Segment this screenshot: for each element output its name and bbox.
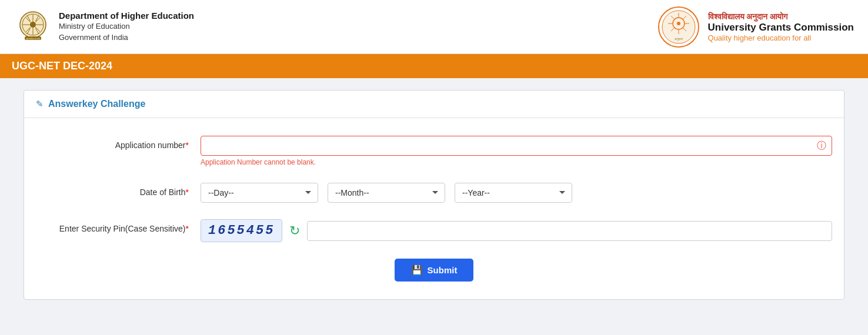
application-number-control: ⓘ Application Number cannot be blank. <box>201 136 832 166</box>
date-selects: --Day-- 12345 678910 1112131415 16171819… <box>201 183 832 203</box>
page-header: सत्यमेव जयते Department of Higher Educat… <box>0 0 868 54</box>
submit-label: Submit <box>428 265 458 275</box>
govt-name: Government of India <box>59 32 194 43</box>
application-number-error: Application Number cannot be blank. <box>201 158 832 166</box>
ministry-name: Ministry of Education <box>59 21 194 32</box>
application-number-label: Application number* <box>36 136 201 150</box>
ashoka-emblem-icon: सत्यमेव जयते <box>14 8 52 46</box>
security-row: 1655455 ↻ <box>201 219 832 242</box>
exam-banner: UGC-NET DEC-2024 <box>0 54 868 78</box>
section-title: Answerkey Challenge <box>48 99 145 109</box>
required-marker-pin: * <box>186 224 189 233</box>
application-number-input-wrap: ⓘ <box>201 136 832 156</box>
security-pin-row: Enter Security Pin(Case Sensitive)* 1655… <box>36 219 832 242</box>
security-pin-label: Enter Security Pin(Case Sensitive)* <box>36 219 201 233</box>
svg-point-28 <box>677 22 680 25</box>
dept-title: Department of Higher Education <box>59 11 194 21</box>
refresh-captcha-icon[interactable]: ↻ <box>289 223 300 239</box>
ugc-hindi-title: विश्वविद्यालय अनुदान आयोग <box>708 12 854 22</box>
dob-label: Date of Birth* <box>36 183 201 197</box>
exam-title: UGC-NET DEC-2024 <box>12 60 112 72</box>
ugc-branding: अनुदान विश्वविद्यालय अनुदान आयोग Univers… <box>657 6 854 48</box>
security-pin-input[interactable] <box>307 221 832 241</box>
main-content: ✎ Answerkey Challenge Application number… <box>0 78 868 311</box>
govt-branding: सत्यमेव जयते Department of Higher Educat… <box>14 8 194 46</box>
captcha-image: 1655455 <box>201 219 282 242</box>
submit-button[interactable]: 💾 Submit <box>395 259 474 282</box>
month-select[interactable]: --Month-- JanuaryFebruaryMarchApril MayJ… <box>328 183 445 203</box>
form-body: Application number* ⓘ Application Number… <box>24 118 844 299</box>
ugc-tagline: Quality higher education for all <box>708 34 854 42</box>
edit-icon: ✎ <box>36 99 44 109</box>
day-select[interactable]: --Day-- 12345 678910 1112131415 16171819… <box>201 183 318 203</box>
svg-text:सत्यमेव जयते: सत्यमेव जयते <box>25 37 40 41</box>
dept-info: Department of Higher Education Ministry … <box>59 11 194 43</box>
ugc-logo-icon: अनुदान <box>657 6 700 48</box>
year-select[interactable]: --Year-- 1950195519601965 19701975198019… <box>455 183 572 203</box>
save-icon: 💾 <box>411 264 423 276</box>
ugc-info: विश्वविद्यालय अनुदान आयोग University Gra… <box>708 12 854 42</box>
required-marker-dob: * <box>186 187 189 197</box>
answerkey-card: ✎ Answerkey Challenge Application number… <box>24 90 844 300</box>
required-marker: * <box>186 140 189 150</box>
application-number-row: Application number* ⓘ Application Number… <box>36 136 832 166</box>
submit-row: 💾 Submit <box>36 259 832 282</box>
card-header: ✎ Answerkey Challenge <box>24 91 844 118</box>
application-number-input[interactable] <box>201 136 832 156</box>
dob-row: Date of Birth* --Day-- 12345 678910 1112… <box>36 183 832 203</box>
security-pin-control: 1655455 ↻ <box>201 219 832 242</box>
ugc-english-title: University Grants Commission <box>708 22 854 34</box>
dob-control: --Day-- 12345 678910 1112131415 16171819… <box>201 183 832 203</box>
error-icon: ⓘ <box>817 140 826 152</box>
